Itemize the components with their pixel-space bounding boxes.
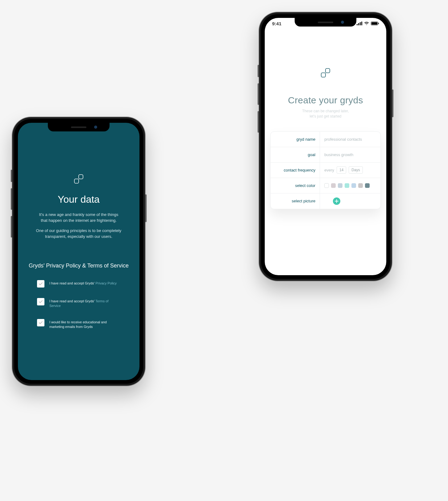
page-hint: These can be changed later,let's just ge… — [265, 109, 386, 119]
phone-mockup-create-gryd: 9:41 Create your gryds These can be chan… — [259, 12, 392, 281]
goal-input[interactable]: business growth — [320, 147, 380, 162]
terms-checkbox[interactable] — [37, 298, 44, 305]
color-swatch[interactable] — [365, 183, 370, 188]
check-icon — [39, 282, 43, 286]
terms-consent-row: I have read and accept Gryds' Terms of S… — [37, 298, 120, 308]
page-title: Your data — [18, 194, 139, 205]
marketing-checkbox[interactable] — [37, 319, 44, 326]
svg-rect-2 — [357, 24, 358, 25]
svg-rect-8 — [378, 23, 379, 24]
contact-frequency-label: contact frequency — [271, 163, 320, 178]
color-swatch[interactable] — [331, 183, 336, 188]
svg-rect-9 — [321, 73, 326, 77]
gryd-name-label: gryd name — [271, 132, 320, 147]
svg-rect-5 — [361, 22, 362, 25]
privacy-policy-link[interactable]: Privacy Policy — [95, 281, 116, 285]
svg-rect-10 — [326, 68, 330, 73]
gryd-name-input[interactable]: professional contacts — [320, 132, 380, 147]
color-swatch[interactable] — [338, 183, 342, 188]
svg-rect-0 — [74, 179, 79, 183]
terms-label: I have read and accept Gryds' Terms of S… — [49, 298, 120, 308]
color-swatch[interactable] — [351, 183, 356, 188]
color-swatch[interactable] — [345, 183, 349, 188]
privacy-policy-checkbox[interactable] — [37, 280, 44, 288]
plus-icon — [335, 199, 338, 203]
privacy-policy-label: I have read and accept Gryds' Privacy Po… — [49, 280, 117, 286]
color-swatch[interactable] — [324, 183, 329, 188]
freq-prefix: every — [324, 168, 334, 172]
add-picture-button[interactable] — [333, 197, 340, 205]
cellular-icon — [357, 22, 362, 25]
gryd-form-card: gryd name professional contacts goal bus… — [270, 131, 381, 209]
page-title: Create your gryds — [265, 95, 386, 106]
intro-paragraph-1: It's a new age and frankly some of the t… — [35, 212, 122, 224]
goal-label: goal — [271, 147, 320, 162]
color-swatch[interactable] — [358, 183, 363, 188]
svg-rect-7 — [371, 22, 377, 25]
status-time: 9:41 — [272, 21, 281, 26]
svg-rect-3 — [358, 23, 359, 25]
phone-mockup-privacy: Your data It's a new age and frankly som… — [12, 117, 145, 386]
check-icon — [39, 321, 43, 325]
color-swatches — [320, 178, 370, 193]
privacy-screen: Your data It's a new age and frankly som… — [18, 123, 139, 380]
check-icon — [39, 300, 43, 304]
policy-heading: Gryds' Privacy Policy & Terms of Service — [18, 262, 139, 269]
marketing-label: I would like to receive educational and … — [49, 319, 120, 329]
wifi-icon — [364, 22, 369, 25]
svg-rect-4 — [360, 22, 361, 25]
gryds-logo-icon — [319, 66, 332, 80]
freq-unit-select[interactable]: Days — [349, 166, 363, 174]
privacy-policy-consent-row: I have read and accept Gryds' Privacy Po… — [37, 280, 120, 288]
svg-rect-1 — [79, 175, 83, 179]
contact-frequency-control: every 14 Days — [320, 163, 380, 178]
gryds-logo-icon — [72, 172, 85, 186]
marketing-consent-row: I would like to receive educational and … — [37, 319, 120, 329]
select-color-label: select color — [271, 178, 320, 193]
select-picture-label: select picture — [271, 193, 320, 209]
battery-icon — [371, 22, 379, 25]
create-gryd-screen: 9:41 Create your gryds These can be chan… — [265, 18, 386, 275]
intro-paragraph-2: One of our guiding principles is to be c… — [35, 228, 122, 240]
freq-number-input[interactable]: 14 — [337, 166, 346, 174]
